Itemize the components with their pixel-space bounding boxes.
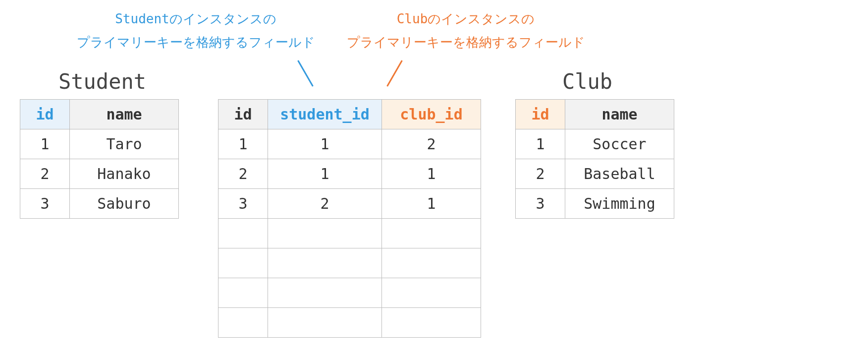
table-row-empty xyxy=(218,308,481,338)
cell-empty xyxy=(218,219,268,248)
table-row: 2 Hanako xyxy=(20,159,179,189)
cell-empty xyxy=(218,248,268,278)
annotation-text: Clubのインスタンスの xyxy=(332,7,599,31)
cell-empty xyxy=(268,308,382,338)
table-row: 3 Saburo xyxy=(20,189,179,219)
cell-empty xyxy=(268,278,382,308)
cell-id: 1 xyxy=(20,129,70,159)
cell-empty xyxy=(382,308,481,338)
annotation-text: Studentのインスタンスの xyxy=(62,7,329,31)
th-id: id xyxy=(516,100,565,129)
table-row: 3 2 1 xyxy=(218,189,481,219)
cell-name: Baseball xyxy=(565,159,674,189)
cell-name: Soccer xyxy=(565,129,674,159)
table-row: 2 Baseball xyxy=(516,159,674,189)
table-header-row: id name xyxy=(20,100,179,129)
cell-id: 3 xyxy=(20,189,70,219)
cell-empty xyxy=(268,219,382,248)
junction-table: id student_id club_id 1 1 2 2 1 1 3 2 1 xyxy=(218,99,481,338)
table-row: 3 Swimming xyxy=(516,189,674,219)
cell-empty xyxy=(382,278,481,308)
pointer-line-orange xyxy=(386,60,403,86)
annotation-club-fk: Clubのインスタンスの プライマリーキーを格納するフィールド xyxy=(332,7,599,54)
cell-club-id: 2 xyxy=(382,129,481,159)
cell-empty xyxy=(382,219,481,248)
annotation-student-fk: Studentのインスタンスの プライマリーキーを格納するフィールド xyxy=(62,7,329,54)
th-id: id xyxy=(20,100,70,129)
cell-empty xyxy=(218,308,268,338)
th-id: id xyxy=(218,100,268,129)
cell-student-id: 2 xyxy=(268,189,382,219)
cell-id: 1 xyxy=(218,129,268,159)
annotation-text: プライマリーキーを格納するフィールド xyxy=(332,31,599,54)
cell-empty xyxy=(382,248,481,278)
cell-id: 2 xyxy=(516,159,565,189)
club-table: id name 1 Soccer 2 Baseball 3 Swimming xyxy=(515,99,674,219)
cell-id: 2 xyxy=(20,159,70,189)
table-header-row: id name xyxy=(516,100,674,129)
th-name: name xyxy=(565,100,674,129)
cell-id: 3 xyxy=(218,189,268,219)
cell-student-id: 1 xyxy=(268,129,382,159)
table-row: 2 1 1 xyxy=(218,159,481,189)
table-title-club: Club xyxy=(562,69,612,94)
pointer-line-blue xyxy=(297,60,314,86)
cell-empty xyxy=(268,248,382,278)
table-header-row: id student_id club_id xyxy=(218,100,481,129)
cell-id: 1 xyxy=(516,129,565,159)
table-title-student: Student xyxy=(58,69,146,94)
cell-name: Swimming xyxy=(565,189,674,219)
th-club-id: club_id xyxy=(382,100,481,129)
cell-empty xyxy=(218,278,268,308)
annotation-text: プライマリーキーを格納するフィールド xyxy=(62,31,329,54)
table-row-empty xyxy=(218,219,481,248)
cell-student-id: 1 xyxy=(268,159,382,189)
cell-club-id: 1 xyxy=(382,189,481,219)
cell-name: Taro xyxy=(70,129,179,159)
cell-name: Hanako xyxy=(70,159,179,189)
table-row: 1 1 2 xyxy=(218,129,481,159)
th-name: name xyxy=(70,100,179,129)
cell-id: 3 xyxy=(516,189,565,219)
table-row: 1 Taro xyxy=(20,129,179,159)
table-row-empty xyxy=(218,248,481,278)
cell-id: 2 xyxy=(218,159,268,189)
cell-club-id: 1 xyxy=(382,159,481,189)
cell-name: Saburo xyxy=(70,189,179,219)
student-table: id name 1 Taro 2 Hanako 3 Saburo xyxy=(20,99,179,219)
table-row-empty xyxy=(218,278,481,308)
th-student-id: student_id xyxy=(268,100,382,129)
table-row: 1 Soccer xyxy=(516,129,674,159)
